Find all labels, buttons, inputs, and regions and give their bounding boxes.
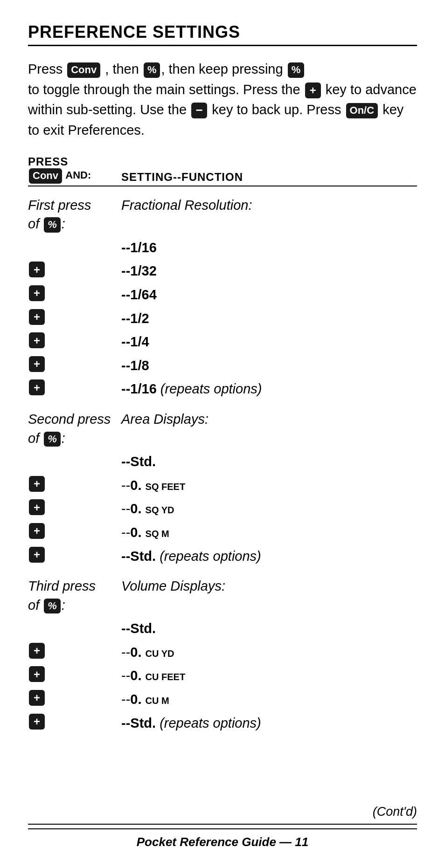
row-vol-std-press <box>28 618 121 619</box>
setting-1-16-default: --1/16 <box>121 238 157 257</box>
intro-part2: , then <box>105 62 139 76</box>
contd-footer: (Cont'd) <box>28 805 417 819</box>
plus-key-1-32: + <box>29 262 45 277</box>
row-1-2-setting: --1/2 <box>121 308 417 328</box>
first-press-label: First press of %: <box>28 196 91 234</box>
first-press-title-col: Fractional Resolution: <box>121 195 417 215</box>
row-area-std: --Std. <box>28 449 417 473</box>
row-area-std-repeat-setting: --Std. (repeats options) <box>121 546 417 566</box>
first-press-label-col: First press of %: <box>28 195 121 234</box>
setting-1-4: --1/4 <box>121 332 149 351</box>
row-sq-feet-press: + <box>28 475 121 492</box>
plus-key-cu-m: + <box>29 690 45 706</box>
plus-key-badge-intro: + <box>305 83 321 98</box>
row-cu-feet-setting: --0. CU FEET <box>121 665 417 685</box>
row-1-16-repeat: + --1/16 (repeats options) <box>28 377 417 400</box>
onc-key-badge: On/C <box>346 103 378 118</box>
intro-part6: key to back up. Press <box>212 102 341 117</box>
first-press-colon: : <box>62 216 65 231</box>
section-third-press: Third press of %: Volume Displays: --Std… <box>28 574 417 734</box>
row-1-32-setting: --1/32 <box>121 261 417 281</box>
row-1-8-press: + <box>28 355 121 372</box>
footer-divider <box>28 824 417 825</box>
fractional-resolution-title: Fractional Resolution: <box>121 196 252 215</box>
row-vol-std-setting: --Std. <box>121 618 417 638</box>
plus-key-1-64: + <box>29 285 45 301</box>
row-cu-m: + --0. CU M <box>28 687 417 711</box>
row-1-2: + --1/2 <box>28 306 417 330</box>
row-1-16-repeat-setting: --1/16 (repeats options) <box>121 379 417 399</box>
section-first-press: First press of %: Fractional Resolution:… <box>28 186 417 400</box>
setting-cu-m: --0. CU M <box>121 690 169 709</box>
setting-sq-m: --0. SQ M <box>121 523 169 542</box>
minus-key-badge-intro: − <box>191 103 207 118</box>
second-press-header-row: Second press of %: Area Displays: <box>28 407 417 449</box>
row-area-std-setting: --Std. <box>121 451 417 471</box>
third-press-colon: : <box>62 598 65 613</box>
setting-1-64: --1/64 <box>121 285 157 304</box>
volume-displays-title: Volume Displays: <box>121 577 225 596</box>
title-divider <box>28 45 417 46</box>
setting-function-label: SETTING--FUNCTION <box>121 171 417 184</box>
row-cu-yd: + --0. CU YD <box>28 640 417 664</box>
first-press-label-row <box>28 186 417 191</box>
and-label: AND: <box>65 169 91 181</box>
plus-key-area-std-repeat: + <box>29 547 45 563</box>
second-press-line1: Second press <box>28 412 111 427</box>
percent-key-badge-2: % <box>288 62 305 78</box>
row-vol-std-repeat: + --Std. (repeats options) <box>28 711 417 735</box>
area-displays-title: Area Displays: <box>121 410 209 429</box>
row-sq-m-press: + <box>28 522 121 539</box>
third-press-line1: Third press <box>28 579 96 593</box>
intro-part1: Press <box>28 62 63 76</box>
second-press-label: Second press of %: <box>28 410 111 448</box>
row-cu-feet: + --0. CU FEET <box>28 663 417 687</box>
setting-1-16-repeat: --1/16 (repeats options) <box>121 379 262 399</box>
row-vol-std-repeat-setting: --Std. (repeats options) <box>121 713 417 733</box>
third-press-label: Third press of %: <box>28 577 96 614</box>
third-press-title-col: Volume Displays: <box>121 576 417 596</box>
row-area-std-press <box>28 451 121 452</box>
percent-key-third: % <box>44 599 61 614</box>
row-sq-feet-setting: --0. SQ FEET <box>121 475 417 495</box>
second-press-line2: of <box>28 431 43 446</box>
row-1-8: + --1/8 <box>28 353 417 377</box>
table-header-row: PRESS Conv AND: SETTING--FUNCTION <box>28 155 417 186</box>
row-vol-std: --Std. <box>28 616 417 640</box>
setting-cu-yd: --0. CU YD <box>121 643 174 662</box>
setting-cu-feet: --0. CU FEET <box>121 666 185 685</box>
row-1-4-press: + <box>28 331 121 348</box>
setting-sq-feet: --0. SQ FEET <box>121 476 185 495</box>
plus-key-1-4: + <box>29 332 45 348</box>
press-label: PRESS <box>28 155 121 168</box>
third-press-label-col: Third press of %: <box>28 576 121 614</box>
intro-part4: to toggle through the main settings. Pre… <box>28 82 300 97</box>
row-cu-yd-setting: --0. CU YD <box>121 642 417 662</box>
first-press-press-col <box>28 190 121 191</box>
row-cu-feet-press: + <box>28 665 121 682</box>
row-1-4: + --1/4 <box>28 330 417 353</box>
second-press-title-col: Area Displays: <box>121 409 417 429</box>
row-sq-yd-press: + <box>28 498 121 515</box>
row-1-16-setting: --1/16 <box>121 237 417 257</box>
setting-1-8: --1/8 <box>121 356 149 375</box>
plus-key-vol-std-repeat: + <box>29 714 45 730</box>
plus-key-1-8: + <box>29 356 45 372</box>
row-cu-m-setting: --0. CU M <box>121 689 417 709</box>
plus-key-sq-feet: + <box>29 476 45 492</box>
percent-key-second: % <box>44 432 61 447</box>
setting-1-32: --1/32 <box>121 262 157 281</box>
page-number: Pocket Reference Guide — 11 <box>28 828 417 849</box>
second-press-label-col: Second press of %: <box>28 409 121 448</box>
row-1-16-press <box>28 237 121 238</box>
row-1-64-setting: --1/64 <box>121 284 417 304</box>
setting-area-std-repeat: --Std. (repeats options) <box>121 547 261 566</box>
intro-part3: , then keep pressing <box>161 62 283 76</box>
row-1-64-press: + <box>28 284 121 301</box>
setting-column-header: SETTING--FUNCTION <box>121 171 417 184</box>
first-press-header-row: First press of %: Fractional Resolution: <box>28 191 417 235</box>
plus-key-1-2: + <box>29 309 45 325</box>
row-sq-yd: + --0. SQ YD <box>28 496 417 520</box>
setting-vol-std: --Std. <box>121 619 156 638</box>
setting-area-std: --Std. <box>121 452 156 471</box>
